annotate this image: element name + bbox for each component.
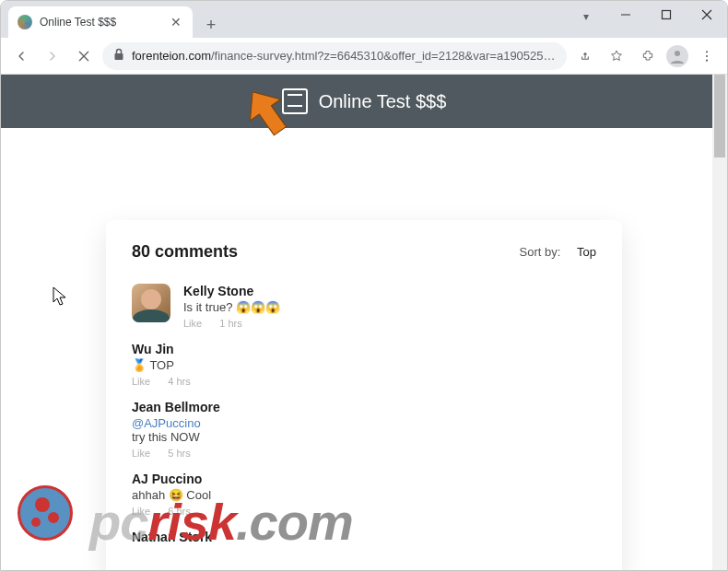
browser-tab[interactable]: Online Test $$$ ✕ xyxy=(8,6,193,38)
comment-meta: Like 4 hrs xyxy=(132,376,596,387)
comment-author[interactable]: Jean Bellmore xyxy=(132,400,596,414)
svg-point-8 xyxy=(706,51,708,52)
tab-close-icon[interactable]: ✕ xyxy=(169,15,183,29)
svg-rect-1 xyxy=(663,11,671,19)
svg-point-9 xyxy=(706,54,708,56)
new-tab-button[interactable]: + xyxy=(198,12,224,38)
comment-author[interactable]: Kelly Stone xyxy=(183,284,596,298)
watermark-badge-icon xyxy=(18,485,73,541)
window-close-button[interactable] xyxy=(687,1,727,29)
comment-time: 1 hrs xyxy=(219,318,241,329)
like-link[interactable]: Like xyxy=(132,376,150,387)
scrollbar-thumb[interactable] xyxy=(714,75,725,157)
comments-count: 80 comments xyxy=(132,242,238,262)
watermark-pc: pc xyxy=(89,493,147,551)
browser-toolbar: forenteion.com/finance-survey.html?z=664… xyxy=(1,38,727,75)
comment-item: Kelly Stone Is it true? 😱😱😱 Like 1 hrs xyxy=(132,284,596,329)
profile-avatar-icon[interactable] xyxy=(666,45,688,67)
watermark-text: pcrisk.com xyxy=(89,492,353,552)
nav-stop-button[interactable] xyxy=(71,43,97,69)
comment-text-body: try this NOW xyxy=(132,430,200,444)
comment-text: @AJPuccino try this NOW xyxy=(132,416,596,444)
window-controls xyxy=(605,1,727,38)
browser-titlebar: Online Test $$$ ✕ + ▾ xyxy=(1,1,727,38)
comment-time: 4 hrs xyxy=(168,376,190,387)
page-title: Online Test $$$ xyxy=(319,91,447,112)
sort-label: Sort by: xyxy=(520,245,561,259)
mention[interactable]: @AJPuccino xyxy=(132,416,201,430)
watermark-risk: risk xyxy=(147,493,236,551)
page-header: Online Test $$$ xyxy=(1,75,727,128)
comment-item: Jean Bellmore @AJPuccino try this NOW Li… xyxy=(132,400,596,459)
svg-point-10 xyxy=(706,59,708,61)
url-path: /finance-survey.html?z=6645310&offer_id=… xyxy=(211,49,556,63)
nav-forward-button[interactable] xyxy=(40,43,65,69)
url-text: forenteion.com/finance-survey.html?z=664… xyxy=(132,49,556,63)
share-icon[interactable] xyxy=(572,43,598,69)
window-minimize-button[interactable] xyxy=(605,1,646,29)
watermark-com: .com xyxy=(236,493,353,551)
address-bar[interactable]: forenteion.com/finance-survey.html?z=664… xyxy=(102,42,567,70)
nav-back-button[interactable] xyxy=(8,43,34,69)
lock-icon xyxy=(113,48,124,64)
comment-author[interactable]: AJ Puccino xyxy=(132,472,596,486)
avatar xyxy=(132,284,170,322)
svg-point-7 xyxy=(675,51,680,56)
svg-rect-6 xyxy=(115,53,123,60)
url-domain: forenteion.com xyxy=(132,49,211,63)
vertical-scrollbar[interactable] xyxy=(712,75,727,570)
window-maximize-button[interactable] xyxy=(646,1,687,29)
comment-author[interactable]: Wu Jin xyxy=(132,342,596,356)
comment-text: Is it true? 😱😱😱 xyxy=(183,300,596,314)
tab-title: Online Test $$$ xyxy=(40,16,161,29)
tabs-caret-icon[interactable]: ▾ xyxy=(583,10,589,23)
like-link[interactable]: Like xyxy=(132,448,150,459)
extension-icon[interactable] xyxy=(635,43,661,69)
mouse-cursor-icon xyxy=(53,286,67,307)
menu-kebab-icon[interactable] xyxy=(694,43,720,69)
like-link[interactable]: Like xyxy=(183,318,202,329)
sort-value: Top xyxy=(577,245,596,259)
tab-favicon xyxy=(18,15,32,29)
comment-text: 🏅 TOP xyxy=(132,358,596,372)
comment-meta: Like 5 hrs xyxy=(132,448,596,459)
comment-time: 5 hrs xyxy=(168,448,190,459)
comment-item: Wu Jin 🏅 TOP Like 4 hrs xyxy=(132,342,596,387)
sort-by[interactable]: Sort by: Top xyxy=(520,245,596,259)
bookmark-star-icon[interactable] xyxy=(604,43,629,69)
comment-meta: Like 1 hrs xyxy=(183,318,596,329)
